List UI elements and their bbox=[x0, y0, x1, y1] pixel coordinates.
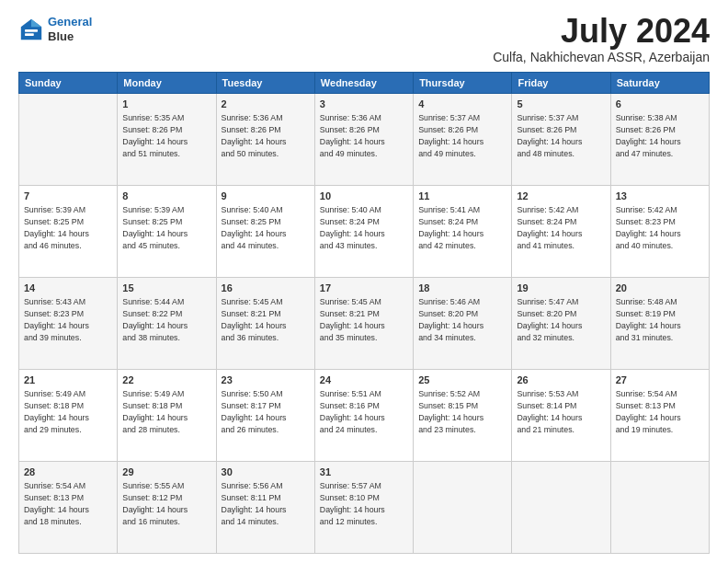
day-cell: 5Sunrise: 5:37 AM Sunset: 8:26 PM Daylig… bbox=[512, 94, 610, 186]
day-number: 15 bbox=[122, 282, 210, 295]
day-info: Sunrise: 5:36 AM Sunset: 8:26 PM Dayligh… bbox=[320, 112, 408, 159]
day-number: 22 bbox=[122, 373, 210, 387]
day-info: Sunrise: 5:51 AM Sunset: 8:16 PM Dayligh… bbox=[320, 388, 408, 435]
day-number: 20 bbox=[616, 282, 704, 295]
day-number: 6 bbox=[616, 98, 704, 111]
svg-marker-1 bbox=[31, 18, 41, 26]
day-info: Sunrise: 5:53 AM Sunset: 8:14 PM Dayligh… bbox=[517, 388, 605, 435]
day-cell: 10Sunrise: 5:40 AM Sunset: 8:24 PM Dayli… bbox=[314, 186, 413, 278]
day-number: 17 bbox=[320, 282, 408, 295]
week-row-4: 28Sunrise: 5:54 AM Sunset: 8:13 PM Dayli… bbox=[19, 462, 710, 554]
day-number: 8 bbox=[122, 190, 210, 203]
day-info: Sunrise: 5:54 AM Sunset: 8:13 PM Dayligh… bbox=[616, 388, 704, 435]
day-number: 12 bbox=[517, 190, 605, 203]
day-info: Sunrise: 5:46 AM Sunset: 8:20 PM Dayligh… bbox=[418, 296, 506, 343]
day-number: 18 bbox=[418, 282, 506, 295]
weekday-header-sunday: Sunday bbox=[19, 73, 118, 94]
header: General Blue July 2024 Culfa, Nakhicheva… bbox=[18, 15, 710, 64]
logo: General Blue bbox=[18, 15, 92, 43]
week-row-2: 14Sunrise: 5:43 AM Sunset: 8:23 PM Dayli… bbox=[19, 278, 710, 370]
weekday-header-tuesday: Tuesday bbox=[216, 73, 314, 94]
day-number: 16 bbox=[222, 282, 310, 295]
day-info: Sunrise: 5:52 AM Sunset: 8:15 PM Dayligh… bbox=[418, 388, 506, 435]
day-info: Sunrise: 5:45 AM Sunset: 8:21 PM Dayligh… bbox=[320, 296, 408, 343]
calendar: SundayMondayTuesdayWednesdayThursdayFrid… bbox=[18, 72, 710, 554]
day-cell: 31Sunrise: 5:57 AM Sunset: 8:10 PM Dayli… bbox=[314, 462, 413, 554]
day-info: Sunrise: 5:39 AM Sunset: 8:25 PM Dayligh… bbox=[24, 204, 112, 251]
day-number: 21 bbox=[24, 373, 112, 387]
day-info: Sunrise: 5:35 AM Sunset: 8:26 PM Dayligh… bbox=[122, 112, 210, 159]
day-cell: 24Sunrise: 5:51 AM Sunset: 8:16 PM Dayli… bbox=[314, 370, 413, 462]
day-info: Sunrise: 5:42 AM Sunset: 8:24 PM Dayligh… bbox=[517, 204, 605, 251]
day-cell: 15Sunrise: 5:44 AM Sunset: 8:22 PM Dayli… bbox=[118, 278, 216, 370]
day-info: Sunrise: 5:57 AM Sunset: 8:10 PM Dayligh… bbox=[320, 480, 408, 527]
day-number: 9 bbox=[222, 190, 310, 203]
day-cell: 18Sunrise: 5:46 AM Sunset: 8:20 PM Dayli… bbox=[414, 278, 512, 370]
weekday-header-wednesday: Wednesday bbox=[314, 73, 413, 94]
day-cell: 9Sunrise: 5:40 AM Sunset: 8:25 PM Daylig… bbox=[216, 186, 314, 278]
day-info: Sunrise: 5:40 AM Sunset: 8:25 PM Dayligh… bbox=[222, 204, 310, 251]
day-cell: 23Sunrise: 5:50 AM Sunset: 8:17 PM Dayli… bbox=[216, 370, 314, 462]
day-cell: 6Sunrise: 5:38 AM Sunset: 8:26 PM Daylig… bbox=[610, 94, 709, 186]
day-cell: 27Sunrise: 5:54 AM Sunset: 8:13 PM Dayli… bbox=[610, 370, 709, 462]
day-number: 31 bbox=[320, 465, 408, 479]
day-cell: 17Sunrise: 5:45 AM Sunset: 8:21 PM Dayli… bbox=[314, 278, 413, 370]
svg-rect-2 bbox=[25, 29, 38, 32]
week-row-1: 7Sunrise: 5:39 AM Sunset: 8:25 PM Daylig… bbox=[19, 186, 710, 278]
day-cell: 7Sunrise: 5:39 AM Sunset: 8:25 PM Daylig… bbox=[19, 186, 118, 278]
day-number: 14 bbox=[24, 282, 112, 295]
day-cell: 30Sunrise: 5:56 AM Sunset: 8:11 PM Dayli… bbox=[216, 462, 314, 554]
day-number: 29 bbox=[122, 465, 210, 479]
day-cell bbox=[610, 462, 709, 554]
day-number: 1 bbox=[122, 98, 210, 111]
day-cell: 1Sunrise: 5:35 AM Sunset: 8:26 PM Daylig… bbox=[118, 94, 216, 186]
day-number: 23 bbox=[222, 373, 310, 387]
page: General Blue July 2024 Culfa, Nakhicheva… bbox=[0, 0, 728, 563]
location: Culfa, Nakhichevan ASSR, Azerbaijan bbox=[493, 50, 710, 64]
day-cell: 21Sunrise: 5:49 AM Sunset: 8:18 PM Dayli… bbox=[19, 370, 118, 462]
day-info: Sunrise: 5:38 AM Sunset: 8:26 PM Dayligh… bbox=[616, 112, 704, 159]
day-info: Sunrise: 5:56 AM Sunset: 8:11 PM Dayligh… bbox=[222, 480, 310, 527]
weekday-header-thursday: Thursday bbox=[414, 73, 512, 94]
day-number: 30 bbox=[222, 465, 310, 479]
week-row-3: 21Sunrise: 5:49 AM Sunset: 8:18 PM Dayli… bbox=[19, 370, 710, 462]
day-cell bbox=[19, 94, 118, 186]
day-number: 28 bbox=[24, 465, 112, 479]
day-cell: 3Sunrise: 5:36 AM Sunset: 8:26 PM Daylig… bbox=[314, 94, 413, 186]
day-number: 4 bbox=[418, 98, 506, 111]
day-cell: 13Sunrise: 5:42 AM Sunset: 8:23 PM Dayli… bbox=[610, 186, 709, 278]
day-info: Sunrise: 5:48 AM Sunset: 8:19 PM Dayligh… bbox=[616, 296, 704, 343]
day-number: 3 bbox=[320, 98, 408, 111]
day-cell: 19Sunrise: 5:47 AM Sunset: 8:20 PM Dayli… bbox=[512, 278, 610, 370]
day-cell: 4Sunrise: 5:37 AM Sunset: 8:26 PM Daylig… bbox=[414, 94, 512, 186]
day-number: 26 bbox=[517, 373, 605, 387]
day-info: Sunrise: 5:50 AM Sunset: 8:17 PM Dayligh… bbox=[222, 388, 310, 435]
month-title: July 2024 bbox=[493, 15, 710, 48]
day-cell: 22Sunrise: 5:49 AM Sunset: 8:18 PM Dayli… bbox=[118, 370, 216, 462]
logo-text: General Blue bbox=[48, 15, 92, 43]
day-cell: 11Sunrise: 5:41 AM Sunset: 8:24 PM Dayli… bbox=[414, 186, 512, 278]
day-cell: 25Sunrise: 5:52 AM Sunset: 8:15 PM Dayli… bbox=[414, 370, 512, 462]
day-cell: 14Sunrise: 5:43 AM Sunset: 8:23 PM Dayli… bbox=[19, 278, 118, 370]
day-number: 19 bbox=[517, 282, 605, 295]
day-cell: 28Sunrise: 5:54 AM Sunset: 8:13 PM Dayli… bbox=[19, 462, 118, 554]
day-cell bbox=[512, 462, 610, 554]
day-info: Sunrise: 5:45 AM Sunset: 8:21 PM Dayligh… bbox=[222, 296, 310, 343]
logo-line1: General bbox=[48, 15, 92, 29]
weekday-header-friday: Friday bbox=[512, 73, 610, 94]
day-cell: 20Sunrise: 5:48 AM Sunset: 8:19 PM Dayli… bbox=[610, 278, 709, 370]
day-cell: 8Sunrise: 5:39 AM Sunset: 8:25 PM Daylig… bbox=[118, 186, 216, 278]
day-info: Sunrise: 5:37 AM Sunset: 8:26 PM Dayligh… bbox=[517, 112, 605, 159]
day-info: Sunrise: 5:41 AM Sunset: 8:24 PM Dayligh… bbox=[418, 204, 506, 251]
svg-rect-3 bbox=[25, 33, 34, 36]
day-number: 24 bbox=[320, 373, 408, 387]
day-number: 2 bbox=[222, 98, 310, 111]
title-block: July 2024 Culfa, Nakhichevan ASSR, Azerb… bbox=[493, 15, 710, 64]
day-number: 11 bbox=[418, 190, 506, 203]
logo-icon bbox=[18, 17, 44, 42]
day-info: Sunrise: 5:39 AM Sunset: 8:25 PM Dayligh… bbox=[122, 204, 210, 251]
day-cell: 12Sunrise: 5:42 AM Sunset: 8:24 PM Dayli… bbox=[512, 186, 610, 278]
day-info: Sunrise: 5:43 AM Sunset: 8:23 PM Dayligh… bbox=[24, 296, 112, 343]
day-number: 25 bbox=[418, 373, 506, 387]
week-row-0: 1Sunrise: 5:35 AM Sunset: 8:26 PM Daylig… bbox=[19, 94, 710, 186]
